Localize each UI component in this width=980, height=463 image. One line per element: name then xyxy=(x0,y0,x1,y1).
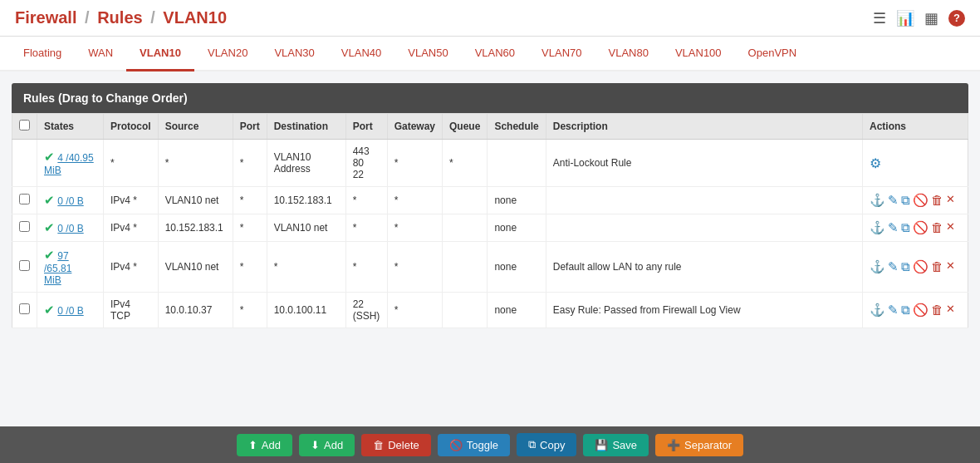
table-icon[interactable]: ▦ xyxy=(924,9,938,27)
row4-enabled-icon: ✔ xyxy=(44,248,55,262)
row4-x-icon[interactable]: ✕ xyxy=(946,259,955,274)
row3-delete-icon[interactable]: 🗑 xyxy=(931,220,943,235)
select-all-checkbox[interactable] xyxy=(19,120,30,131)
row1-gateway: * xyxy=(387,140,442,187)
tab-vlan30[interactable]: VLAN30 xyxy=(261,37,327,71)
breadcrumb-rules[interactable]: Rules xyxy=(97,8,142,27)
row4-copy-icon[interactable]: ⧉ xyxy=(901,259,910,274)
row3-states-link[interactable]: 0 /0 B xyxy=(57,223,83,234)
breadcrumb: Firewall / Rules / VLAN10 xyxy=(15,8,227,27)
row2-disable-icon[interactable]: 🚫 xyxy=(913,193,929,208)
row4-action-icons: ⚓ ✎ ⧉ 🚫 🗑 ✕ xyxy=(870,259,961,274)
tab-openvpn[interactable]: OpenVPN xyxy=(735,37,811,71)
table-title: Rules (Drag to Change Order) xyxy=(12,83,968,113)
row3-edit-icon[interactable]: ✎ xyxy=(888,220,899,235)
row2-delete-icon[interactable]: 🗑 xyxy=(931,193,943,208)
row2-checkbox[interactable] xyxy=(12,187,37,214)
row5-delete-icon[interactable]: 🗑 xyxy=(931,303,943,318)
tab-wan[interactable]: WAN xyxy=(75,37,126,71)
row3-disable-icon[interactable]: 🚫 xyxy=(913,220,929,235)
tab-vlan100[interactable]: VLAN100 xyxy=(662,37,735,71)
tab-vlan80[interactable]: VLAN80 xyxy=(595,37,662,71)
row3-schedule: none xyxy=(488,214,546,242)
col-header-protocol: Protocol xyxy=(104,114,159,140)
col-header-schedule: Schedule xyxy=(488,114,546,140)
row3-sport: * xyxy=(233,214,267,242)
row1-source: * xyxy=(158,140,233,187)
tab-vlan60[interactable]: VLAN60 xyxy=(462,37,528,71)
row4-disable-icon[interactable]: 🚫 xyxy=(913,259,929,274)
row3-select[interactable] xyxy=(19,221,30,232)
row1-sport: * xyxy=(233,140,267,187)
tab-vlan40[interactable]: VLAN40 xyxy=(328,37,394,71)
chart-icon[interactable]: 📊 xyxy=(896,9,914,27)
row4-anchor-icon[interactable]: ⚓ xyxy=(870,259,885,274)
row2-action-icons: ⚓ ✎ ⧉ 🚫 🗑 ✕ xyxy=(870,193,961,208)
row4-schedule: none xyxy=(488,242,546,293)
col-header-checkbox xyxy=(12,114,37,140)
col-header-source: Source xyxy=(158,114,233,140)
row3-states: ✔ 0 /0 B xyxy=(37,214,104,242)
row5-checkbox[interactable] xyxy=(12,293,37,328)
row3-checkbox[interactable] xyxy=(12,214,37,242)
row4-checkbox[interactable] xyxy=(12,242,37,293)
row5-dport: 22(SSH) xyxy=(345,293,387,328)
row3-description xyxy=(546,214,862,242)
row4-select[interactable] xyxy=(19,260,30,271)
row2-anchor-icon[interactable]: ⚓ xyxy=(870,193,885,208)
breadcrumb-firewall[interactable]: Firewall xyxy=(15,8,76,27)
row2-x-icon[interactable]: ✕ xyxy=(946,193,955,208)
tab-vlan50[interactable]: VLAN50 xyxy=(394,37,461,71)
tab-vlan70[interactable]: VLAN70 xyxy=(528,37,595,71)
row1-settings-icon[interactable]: ⚙ xyxy=(870,156,881,170)
row1-protocol: * xyxy=(104,140,159,187)
row2-select[interactable] xyxy=(19,194,30,204)
row5-anchor-icon[interactable]: ⚓ xyxy=(870,303,885,318)
row2-enabled-icon: ✔ xyxy=(44,193,55,207)
main-content: Rules (Drag to Change Order) States Prot… xyxy=(0,71,980,378)
row3-source: 10.152.183.1 xyxy=(158,214,233,242)
row2-actions: ⚓ ✎ ⧉ 🚫 🗑 ✕ xyxy=(863,187,968,214)
row5-schedule: none xyxy=(488,293,546,328)
table-row: ✔ 4 /40.95 MiB * * * VLAN10Address 44380… xyxy=(12,140,968,187)
row3-protocol: IPv4 * xyxy=(104,214,159,242)
row3-anchor-icon[interactable]: ⚓ xyxy=(870,220,885,235)
row5-states: ✔ 0 /0 B xyxy=(37,293,104,328)
col-header-gateway: Gateway xyxy=(387,114,442,140)
row2-description xyxy=(546,187,862,214)
filter-icon[interactable]: ☰ xyxy=(873,9,886,27)
row1-dport: 4438022 xyxy=(345,140,387,187)
row4-edit-icon[interactable]: ✎ xyxy=(888,259,899,274)
row2-states-link[interactable]: 0 /0 B xyxy=(57,195,83,207)
row3-copy-icon[interactable]: ⧉ xyxy=(901,220,910,235)
breadcrumb-current: VLAN10 xyxy=(163,8,227,27)
row4-queue xyxy=(443,242,488,293)
row5-sport: * xyxy=(233,293,267,328)
tab-vlan20[interactable]: VLAN20 xyxy=(194,37,261,71)
row5-select[interactable] xyxy=(19,303,30,314)
table-row: ✔ 97 /65.81MiB IPv4 * VLAN10 net * * * *… xyxy=(12,242,968,293)
row2-edit-icon[interactable]: ✎ xyxy=(888,193,899,208)
tabs-bar: Floating WAN VLAN10 VLAN20 VLAN30 VLAN40… xyxy=(0,37,980,71)
tab-floating[interactable]: Floating xyxy=(10,37,75,71)
row4-dport: * xyxy=(345,242,387,293)
row5-gateway: * xyxy=(387,293,442,328)
row3-actions: ⚓ ✎ ⧉ 🚫 🗑 ✕ xyxy=(863,214,968,242)
row5-copy-icon[interactable]: ⧉ xyxy=(901,303,910,318)
row5-edit-icon[interactable]: ✎ xyxy=(888,303,899,318)
row5-states-link[interactable]: 0 /0 B xyxy=(57,305,83,317)
col-header-description: Description xyxy=(546,114,862,140)
help-icon[interactable]: ? xyxy=(948,10,965,27)
row5-disable-icon[interactable]: 🚫 xyxy=(913,303,929,318)
breadcrumb-sep2: / xyxy=(150,8,155,27)
col-header-queue: Queue xyxy=(443,114,488,140)
row5-x-icon[interactable]: ✕ xyxy=(946,303,955,318)
col-header-dport: Port xyxy=(345,114,387,140)
rules-table: States Protocol Source Port Destination … xyxy=(12,113,968,328)
row5-queue xyxy=(443,293,488,328)
row4-delete-icon[interactable]: 🗑 xyxy=(931,259,943,274)
row3-x-icon[interactable]: ✕ xyxy=(946,220,955,235)
row3-destination: VLAN10 net xyxy=(267,214,345,242)
row2-copy-icon[interactable]: ⧉ xyxy=(901,193,910,208)
tab-vlan10[interactable]: VLAN10 xyxy=(126,37,194,71)
